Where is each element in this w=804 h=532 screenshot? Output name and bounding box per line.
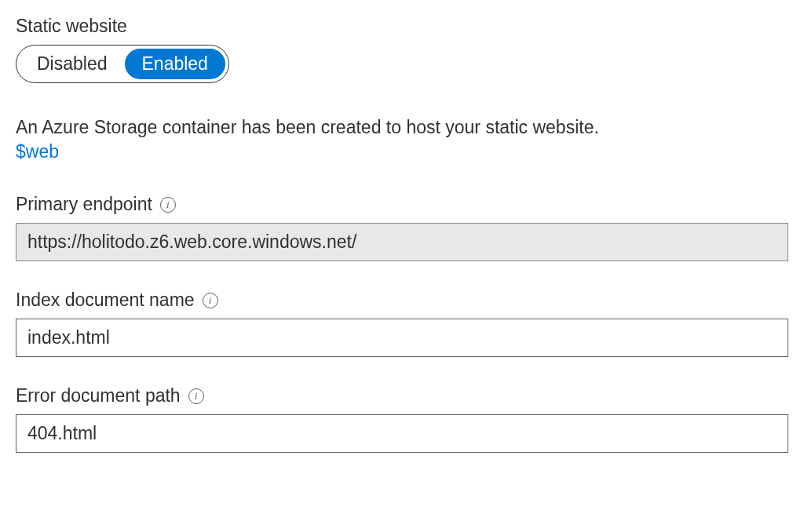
error-document-label: Error document path [16,385,181,406]
index-document-label: Index document name [16,290,195,311]
toggle-disabled-option[interactable]: Disabled [20,49,125,79]
container-created-description: An Azure Storage container has been crea… [16,115,788,140]
static-website-label: Static website [16,16,788,37]
info-icon[interactable]: i [160,197,176,213]
info-icon[interactable]: i [203,293,218,308]
error-document-input[interactable] [16,414,788,453]
primary-endpoint-label: Primary endpoint [16,194,152,215]
toggle-enabled-option[interactable]: Enabled [125,49,225,79]
static-website-toggle[interactable]: Disabled Enabled [16,45,229,83]
primary-endpoint-input[interactable] [16,223,788,261]
index-document-field-group: Index document name i [16,290,788,357]
primary-endpoint-label-row: Primary endpoint i [16,194,788,215]
primary-endpoint-field-group: Primary endpoint i [16,194,788,261]
index-document-input[interactable] [16,319,788,357]
index-document-label-row: Index document name i [16,290,788,311]
info-icon[interactable]: i [188,388,204,404]
web-container-link[interactable]: $web [16,141,59,162]
error-document-field-group: Error document path i [16,385,788,453]
error-document-label-row: Error document path i [16,385,788,406]
